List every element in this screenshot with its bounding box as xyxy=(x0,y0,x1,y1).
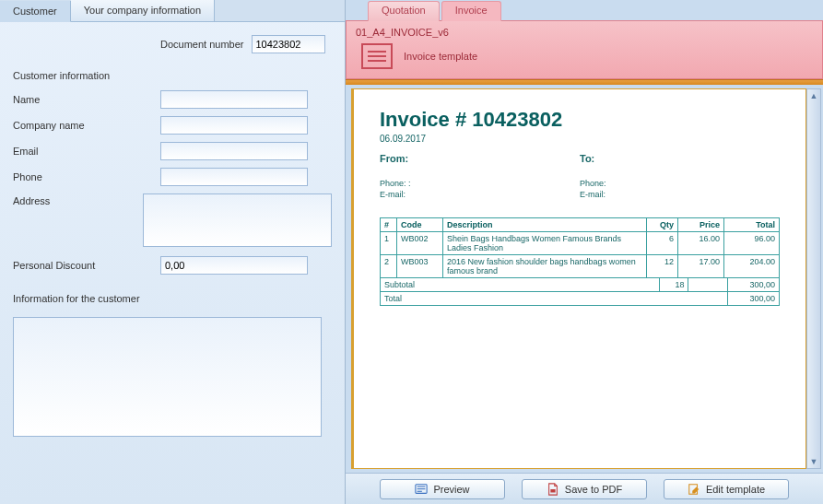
total-label: Total xyxy=(381,292,728,306)
document-number-label: Document number xyxy=(160,39,244,50)
email-label: Email xyxy=(13,146,160,157)
from-phone-label: Phone: xyxy=(380,179,406,188)
template-icon xyxy=(361,43,393,69)
svg-rect-4 xyxy=(550,489,555,493)
company-input[interactable] xyxy=(160,116,308,135)
email-input[interactable] xyxy=(160,142,308,160)
form-area: Document number Customer information Nam… xyxy=(0,22,345,504)
name-input[interactable] xyxy=(160,90,308,109)
preview-button[interactable]: Preview xyxy=(380,479,505,499)
info-for-customer-input[interactable] xyxy=(13,317,322,437)
tab-customer[interactable]: Customer xyxy=(0,1,71,22)
from-email-label: E-mail: xyxy=(380,190,406,199)
pdf-icon xyxy=(547,483,559,496)
svg-rect-2 xyxy=(417,488,426,489)
invoice-date: 06.09.2017 xyxy=(380,134,780,144)
right-tabs: Quotation Invoice xyxy=(346,0,823,20)
scroll-up-icon[interactable]: ▲ xyxy=(807,89,820,102)
left-panel: Customer Your company information Docume… xyxy=(0,0,346,504)
subtotal-amount: 300,00 xyxy=(728,278,780,292)
col-price: Price xyxy=(678,218,724,232)
vertical-scrollbar[interactable]: ▲ ▼ xyxy=(806,88,821,469)
preview-button-label: Preview xyxy=(433,484,469,495)
total-amount: 300,00 xyxy=(728,292,780,306)
invoice-table: # Code Description Qty Price Total 1WB00… xyxy=(380,217,780,278)
template-label: Invoice template xyxy=(404,51,477,62)
address-input[interactable] xyxy=(143,193,332,247)
document-number-input[interactable] xyxy=(252,35,325,53)
company-label: Company name xyxy=(13,120,160,131)
save-pdf-button-label: Save to PDF xyxy=(565,484,622,495)
discount-input[interactable] xyxy=(160,256,308,275)
table-row: 1WB002Shein Bags Handbags Women Famous B… xyxy=(381,232,780,255)
phone-input[interactable] xyxy=(160,168,308,186)
tab-quotation[interactable]: Quotation xyxy=(368,1,440,21)
invoice-preview: Invoice # 10423802 06.09.2017 From: To: … xyxy=(351,88,806,469)
edit-icon xyxy=(688,483,700,496)
tab-invoice[interactable]: Invoice xyxy=(441,1,501,21)
table-row: 2WB0032016 New fashion shoulder bags han… xyxy=(381,255,780,278)
to-phone-label: Phone: xyxy=(580,179,606,188)
phone-label: Phone xyxy=(13,171,160,182)
subtotal-label: Subtotal xyxy=(381,278,660,292)
left-tabs: Customer Your company information xyxy=(0,0,345,22)
invoice-title: Invoice # 10423802 xyxy=(380,108,780,132)
button-bar: Preview Save to PDF Edit template xyxy=(346,473,823,504)
template-file-name: 01_A4_INVOICE_v6 xyxy=(356,27,813,38)
to-label: To: xyxy=(580,153,594,164)
scroll-down-icon[interactable]: ▼ xyxy=(807,455,820,468)
address-label: Address xyxy=(13,193,143,206)
col-qty: Qty xyxy=(647,218,678,232)
discount-label: Personal Discount xyxy=(13,260,160,271)
save-pdf-button[interactable]: Save to PDF xyxy=(522,479,647,499)
edit-template-button-label: Edit template xyxy=(706,484,765,495)
info-for-customer-heading: Information for the customer xyxy=(13,293,332,304)
edit-template-button[interactable]: Edit template xyxy=(664,479,789,499)
preview-icon xyxy=(415,483,428,496)
col-code: Code xyxy=(397,218,443,232)
col-number: # xyxy=(381,218,397,232)
to-email-label: E-mail: xyxy=(580,190,605,199)
col-total: Total xyxy=(724,218,780,232)
svg-rect-1 xyxy=(417,486,426,486)
name-label: Name xyxy=(13,94,160,105)
subtotal-qty: 18 xyxy=(660,278,688,292)
tab-company-info[interactable]: Your company information xyxy=(71,0,215,21)
from-label: From: xyxy=(380,153,408,164)
customer-info-heading: Customer information xyxy=(13,70,332,81)
col-description: Description xyxy=(443,218,647,232)
right-panel: Quotation Invoice 01_A4_INVOICE_v6 Invoi… xyxy=(346,0,823,504)
template-header: 01_A4_INVOICE_v6 Invoice template xyxy=(346,20,823,79)
svg-rect-3 xyxy=(417,490,422,491)
